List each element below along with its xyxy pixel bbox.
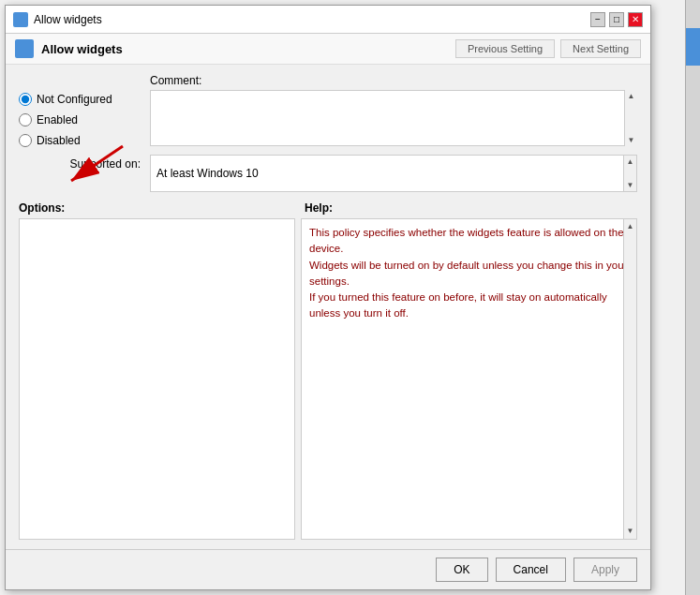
screen-scrollbar[interactable] [685,0,700,595]
radio-disabled[interactable]: Disabled [19,134,141,147]
dialog-content: Not Configured Enabled Disabled Comme [6,65,650,549]
comment-label: Comment: [150,74,637,87]
dialog-footer: OK Cancel Apply [6,549,650,589]
cancel-button[interactable]: Cancel [496,558,566,582]
radio-not-configured[interactable]: Not Configured [19,93,141,106]
previous-setting-button[interactable]: Previous Setting [455,39,555,58]
title-bar: Allow widgets − □ ✕ [6,6,650,34]
radio-enabled-label: Enabled [37,113,78,126]
help-scroll-down[interactable]: ▼ [627,526,634,537]
header-title: Allow widgets [41,42,455,56]
close-button[interactable]: ✕ [628,12,643,27]
supported-scroll-up[interactable]: ▲ [627,157,634,166]
comment-section: Comment: ▲ ▼ [150,74,637,147]
screen-background: Allow widgets − □ ✕ Allow widgets Previo… [0,0,700,595]
nav-buttons: Previous Setting Next Setting [455,39,641,58]
radio-group: Not Configured Enabled Disabled [19,93,141,147]
radio-disabled-label: Disabled [37,134,81,147]
allow-widgets-dialog: Allow widgets − □ ✕ Allow widgets Previo… [5,5,651,590]
supported-value-box: At least Windows 10 ▲ ▼ [150,155,637,192]
help-scrollbar[interactable]: ▲ ▼ [623,219,636,539]
radio-not-configured-label: Not Configured [37,93,112,106]
comment-scroll-up[interactable]: ▲ [628,92,635,100]
radio-enabled[interactable]: Enabled [19,113,141,126]
comment-textarea[interactable] [150,90,637,146]
comment-wrapper: ▲ ▼ [150,90,637,146]
supported-scrollbar[interactable]: ▲ ▼ [623,156,636,191]
options-help-row: Options: Help: [19,201,637,215]
dialog-header: Allow widgets Previous Setting Next Sett… [6,34,650,65]
help-section-label: Help: [305,201,637,215]
minimize-button[interactable]: − [590,12,605,27]
title-bar-controls: − □ ✕ [590,12,643,27]
dialog-title: Allow widgets [34,13,590,26]
radio-disabled-input[interactable] [19,134,32,147]
top-section: Not Configured Enabled Disabled Comme [19,74,637,147]
maximize-button[interactable]: □ [609,12,624,27]
supported-value: At least Windows 10 [156,167,259,180]
supported-scroll-down[interactable]: ▼ [627,181,634,189]
next-setting-button[interactable]: Next Setting [560,39,641,58]
apply-button[interactable]: Apply [573,558,637,582]
options-panel [19,218,295,540]
header-icon [15,39,34,58]
comment-scroll-down[interactable]: ▼ [628,136,635,144]
comment-scrollbar[interactable]: ▲ ▼ [624,90,637,146]
radio-not-configured-input[interactable] [19,93,32,106]
help-text: This policy specifies whether the widget… [309,227,627,319]
options-section-label: Options: [19,201,305,215]
supported-row: Supported on: At least Windows 10 ▲ ▼ [19,155,637,192]
ok-button[interactable]: OK [436,558,487,582]
panels-row: This policy specifies whether the widget… [19,218,637,540]
supported-label: Supported on: [19,155,141,171]
radio-column: Not Configured Enabled Disabled [19,74,141,147]
radio-enabled-input[interactable] [19,113,32,126]
screen-scrollbar-thumb[interactable] [686,28,700,66]
help-panel: This policy specifies whether the widget… [301,218,637,540]
help-scroll-up[interactable]: ▲ [627,221,634,232]
dialog-icon [13,12,28,27]
